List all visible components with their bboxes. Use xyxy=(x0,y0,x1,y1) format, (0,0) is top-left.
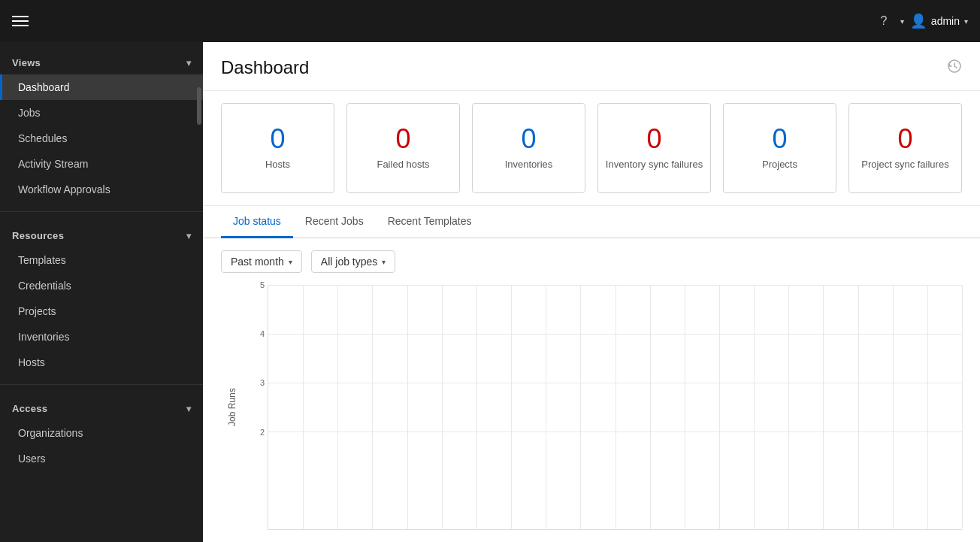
stat-number-hosts: 0 xyxy=(270,126,285,153)
stats-row: 0Hosts0Failed hosts0Inventories0Inventor… xyxy=(203,91,980,206)
sidebar-item-jobs[interactable]: Jobs xyxy=(0,100,203,126)
stat-number-inventories: 0 xyxy=(521,126,536,153)
help-icon[interactable]: ? xyxy=(873,11,894,32)
chart-y-tick-4: 4 xyxy=(260,329,265,338)
stat-card-inventory-sync-failures[interactable]: 0Inventory sync failures xyxy=(597,103,711,193)
chart-vline-1 xyxy=(303,285,304,529)
chart-vline-4 xyxy=(407,285,408,529)
main-content: Dashboard 0Hosts0Failed hosts0Inventorie… xyxy=(203,42,980,542)
sidebar-item-organizations[interactable]: Organizations xyxy=(0,420,203,446)
user-avatar-icon: 👤 xyxy=(910,13,927,29)
sidebar-item-users[interactable]: Users xyxy=(0,446,203,471)
sidebar: Views ▾ DashboardJobsSchedulesActivity S… xyxy=(0,42,203,542)
sidebar-divider-2 xyxy=(0,384,203,385)
chart-vline-3 xyxy=(372,285,373,529)
stat-card-projects[interactable]: 0Projects xyxy=(723,103,836,193)
sidebar-views-items: DashboardJobsSchedulesActivity StreamWor… xyxy=(0,74,203,202)
sidebar-item-schedules[interactable]: Schedules xyxy=(0,126,203,151)
tab-job-status[interactable]: Job status xyxy=(221,206,293,238)
tabs-container: Job statusRecent JobsRecent Templates xyxy=(203,206,980,238)
username-label: admin xyxy=(931,15,960,27)
chart-vline-6 xyxy=(476,285,477,529)
sidebar-access-items: OrganizationsUsers xyxy=(0,420,203,471)
period-filter-dropdown[interactable]: Past month ▾ xyxy=(221,250,302,273)
page-title: Dashboard xyxy=(221,57,309,78)
nav-right-controls: ? ▾ 👤 admin ▾ xyxy=(873,11,968,32)
chart-vline-20 xyxy=(962,285,963,529)
stat-label-inventories: Inventories xyxy=(505,159,553,171)
sidebar-views-header[interactable]: Views ▾ xyxy=(0,54,203,74)
stat-number-projects: 0 xyxy=(772,126,787,153)
job-type-filter-dropdown[interactable]: All job types ▾ xyxy=(311,250,395,273)
user-dropdown-arrow: ▾ xyxy=(964,17,968,26)
sidebar-divider-1 xyxy=(0,211,203,212)
page-header: Dashboard xyxy=(203,42,980,91)
resources-chevron-icon: ▾ xyxy=(186,231,191,241)
sidebar-scrollbar[interactable] xyxy=(197,87,201,125)
top-navigation: ? ▾ 👤 admin ▾ xyxy=(0,0,980,42)
chart-wrapper: Job Runs 2345 xyxy=(221,285,962,530)
user-menu[interactable]: 👤 admin ▾ xyxy=(910,13,968,29)
chart-vline-7 xyxy=(511,285,512,529)
views-chevron-icon: ▾ xyxy=(186,58,191,68)
stat-label-projects: Projects xyxy=(762,159,797,171)
chart-vline-13 xyxy=(719,285,720,529)
chart-area: Job Runs 2345 xyxy=(203,285,980,542)
sidebar-item-dashboard[interactable]: Dashboard xyxy=(0,74,203,100)
help-dropdown-arrow[interactable]: ▾ xyxy=(900,17,904,26)
chart-vline-19 xyxy=(927,285,928,529)
filters-row: Past month ▾ All job types ▾ xyxy=(203,238,980,285)
stat-number-inventory-sync-failures: 0 xyxy=(646,126,661,153)
chart-vline-10 xyxy=(616,285,616,529)
sidebar-item-workflow-approvals[interactable]: Workflow Approvals xyxy=(0,177,203,202)
chart-vline-2 xyxy=(337,285,338,529)
hamburger-menu[interactable] xyxy=(12,16,29,26)
chart-y-tick-5: 5 xyxy=(260,280,265,289)
chart-vline-18 xyxy=(893,285,894,529)
chart-vline-8 xyxy=(546,285,546,529)
chart-vline-15 xyxy=(788,285,789,529)
stat-card-hosts[interactable]: 0Hosts xyxy=(221,103,334,193)
stat-label-project-sync-failures: Project sync failures xyxy=(861,159,948,171)
sidebar-item-projects[interactable]: Projects xyxy=(0,298,203,324)
sidebar-views-section: Views ▾ DashboardJobsSchedulesActivity S… xyxy=(0,42,203,208)
history-icon[interactable] xyxy=(947,59,962,77)
sidebar-resources-items: TemplatesCredentialsProjectsInventoriesH… xyxy=(0,247,203,375)
chart-vline-17 xyxy=(858,285,859,529)
stat-card-inventories[interactable]: 0Inventories xyxy=(472,103,585,193)
job-type-filter-label: All job types xyxy=(321,256,377,268)
sidebar-item-templates[interactable]: Templates xyxy=(0,247,203,273)
sidebar-access-header[interactable]: Access ▾ xyxy=(0,400,203,420)
chart-vline-12 xyxy=(685,285,685,529)
chart-inner xyxy=(268,285,962,530)
job-type-filter-arrow: ▾ xyxy=(382,258,386,266)
stat-card-failed-hosts[interactable]: 0Failed hosts xyxy=(346,103,460,193)
chart-vline-11 xyxy=(650,285,651,529)
stat-label-inventory-sync-failures: Inventory sync failures xyxy=(606,159,703,171)
sidebar-item-inventories[interactable]: Inventories xyxy=(0,324,203,350)
stat-label-failed-hosts: Failed hosts xyxy=(377,159,429,171)
stat-label-hosts: Hosts xyxy=(265,159,290,171)
stat-number-project-sync-failures: 0 xyxy=(897,126,912,153)
period-filter-label: Past month xyxy=(231,256,284,268)
chart-vline-14 xyxy=(754,285,755,529)
main-layout: Views ▾ DashboardJobsSchedulesActivity S… xyxy=(0,42,980,542)
stat-number-failed-hosts: 0 xyxy=(395,126,410,153)
chart-y-tick-3: 3 xyxy=(260,378,265,387)
sidebar-item-credentials[interactable]: Credentials xyxy=(0,273,203,298)
chart-vline-5 xyxy=(442,285,443,529)
chart-vline-16 xyxy=(823,285,824,529)
stat-card-project-sync-failures[interactable]: 0Project sync failures xyxy=(848,103,962,193)
chart-y-axis: 2345 xyxy=(243,285,268,530)
tab-recent-templates[interactable]: Recent Templates xyxy=(376,206,484,238)
sidebar-item-activity-stream[interactable]: Activity Stream xyxy=(0,151,203,177)
chart-y-tick-2: 2 xyxy=(260,428,265,437)
sidebar-item-hosts[interactable]: Hosts xyxy=(0,350,203,375)
sidebar-resources-header[interactable]: Resources ▾ xyxy=(0,227,203,247)
chart-y-label: Job Runs xyxy=(221,285,243,530)
sidebar-access-section: Access ▾ OrganizationsUsers xyxy=(0,388,203,477)
period-filter-arrow: ▾ xyxy=(289,258,292,266)
access-chevron-icon: ▾ xyxy=(186,404,191,414)
tab-recent-jobs[interactable]: Recent Jobs xyxy=(293,206,376,238)
chart-vline-9 xyxy=(580,285,581,529)
